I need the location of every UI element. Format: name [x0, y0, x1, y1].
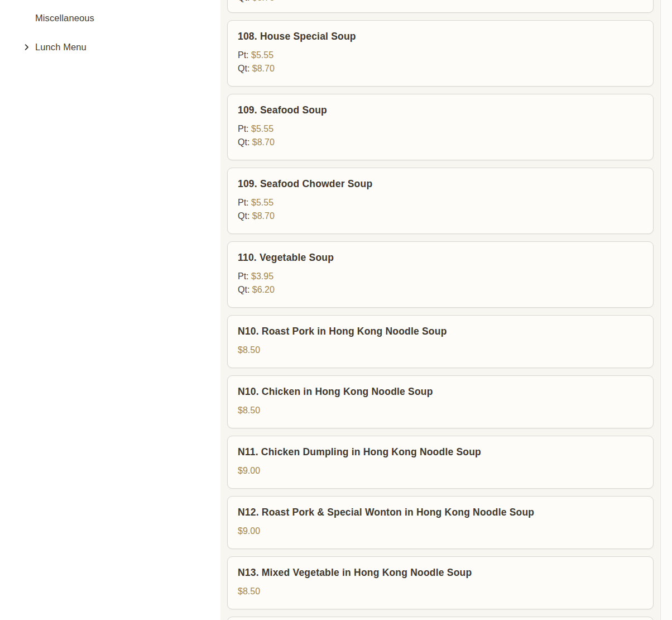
- price-value: $9.00: [238, 526, 260, 536]
- price-value: $3.95: [251, 271, 273, 281]
- menu-item-card[interactable]: 110. Vegetable Soup Pt: $3.95Qt: $6.20: [227, 241, 654, 308]
- menu-item-price-line: $9.00: [238, 464, 643, 478]
- price-value: $8.50: [238, 406, 260, 415]
- price-value: $8.50: [238, 586, 260, 596]
- menu-item-prices: Pt: $5.55Qt: $8.70: [238, 122, 643, 149]
- menu-item-title: N10. Chicken in Hong Kong Noodle Soup: [238, 385, 643, 398]
- menu-item-price-line: Pt: $5.55: [238, 49, 643, 62]
- menu-item-price-line: Qt: $8.70: [238, 62, 643, 75]
- menu-item-price-line: Qt: $8.70: [238, 136, 643, 149]
- menu-item-title: 108. House Special Soup: [238, 30, 643, 42]
- menu-item-card[interactable]: N13. Mixed Vegetable in Hong Kong Noodle…: [227, 556, 654, 609]
- price-size-label: Pt:: [238, 124, 251, 133]
- sidebar-item-miscellaneous[interactable]: Miscellaneous: [22, 10, 220, 26]
- menu-item-price-line: Qt: $6.20: [238, 283, 643, 297]
- category-sidebar: Miscellaneous Lunch Menu: [0, 0, 220, 620]
- menu-item-prices: Qt: $8.70: [238, 0, 643, 4]
- menu-item-price-line: Pt: $5.55: [238, 196, 643, 209]
- menu-item-card[interactable]: 108. House Special Soup Pt: $5.55Qt: $8.…: [227, 20, 654, 87]
- menu-item-card[interactable]: N11. Chicken Dumpling in Hong Kong Noodl…: [227, 436, 654, 489]
- menu-item-title: 109. Seafood Chowder Soup: [238, 178, 643, 190]
- chevron-right-icon: [22, 43, 31, 51]
- menu-item-prices: $8.50: [238, 404, 643, 417]
- price-value: $5.55: [251, 124, 273, 133]
- price-value: $8.70: [252, 0, 275, 2]
- menu-item-card[interactable]: N10. Chicken in Hong Kong Noodle Soup $8…: [227, 375, 654, 428]
- sidebar-item-label: Lunch Menu: [35, 42, 87, 53]
- menu-item-card[interactable]: N15. Shrimp Dumpling in Hong Kong Noodle…: [227, 617, 654, 620]
- menu-item-list: Qt: $8.70 108. House Special Soup Pt: $5…: [227, 0, 654, 620]
- price-size-label: Pt:: [238, 271, 251, 281]
- menu-item-price-line: Pt: $3.95: [238, 270, 643, 283]
- menu-item-card[interactable]: Qt: $8.70: [227, 0, 654, 13]
- price-size-label: Pt:: [238, 50, 251, 60]
- price-value: $8.70: [252, 64, 275, 73]
- menu-item-title: 110. Vegetable Soup: [238, 251, 643, 264]
- menu-item-prices: $9.00: [238, 464, 643, 478]
- main-content: Qt: $8.70 108. House Special Soup Pt: $5…: [220, 0, 660, 620]
- menu-page: Miscellaneous Lunch Menu Qt: $8.70 108. …: [0, 0, 672, 620]
- menu-item-prices: Pt: $5.55Qt: $8.70: [238, 49, 643, 75]
- menu-item-card[interactable]: N12. Roast Pork & Special Wonton in Hong…: [227, 496, 654, 549]
- menu-item-title: N10. Roast Pork in Hong Kong Noodle Soup: [238, 325, 643, 337]
- menu-item-card[interactable]: 109. Seafood Soup Pt: $5.55Qt: $8.70: [227, 94, 654, 160]
- price-size-label: Pt:: [238, 198, 251, 207]
- sidebar-item-label: Miscellaneous: [35, 13, 94, 23]
- price-size-label: Qt:: [238, 285, 252, 294]
- price-size-label: Qt:: [238, 137, 252, 147]
- menu-item-price-line: $8.50: [238, 344, 643, 357]
- menu-item-price-line: Qt: $8.70: [238, 0, 643, 4]
- menu-item-price-line: Qt: $8.70: [238, 209, 643, 223]
- price-value: $8.70: [252, 137, 275, 147]
- menu-item-title: 109. Seafood Soup: [238, 104, 643, 116]
- price-value: $8.70: [252, 211, 275, 221]
- sidebar-item-lunch-menu[interactable]: Lunch Menu: [22, 39, 220, 55]
- scrollbar-track[interactable]: [660, 0, 672, 620]
- price-size-label: Qt:: [238, 211, 252, 221]
- price-size-label: Qt:: [238, 0, 252, 2]
- price-value: $8.50: [238, 345, 260, 355]
- menu-item-price-line: $8.50: [238, 404, 643, 417]
- menu-item-card[interactable]: 109. Seafood Chowder Soup Pt: $5.55Qt: $…: [227, 168, 654, 234]
- menu-item-title: N11. Chicken Dumpling in Hong Kong Noodl…: [238, 446, 643, 458]
- menu-item-title: N13. Mixed Vegetable in Hong Kong Noodle…: [238, 566, 643, 579]
- menu-item-price-line: $8.50: [238, 585, 643, 598]
- menu-item-price-line: $9.00: [238, 524, 643, 538]
- menu-item-prices: Pt: $3.95Qt: $6.20: [238, 270, 643, 297]
- menu-item-title: N12. Roast Pork & Special Wonton in Hong…: [238, 506, 643, 518]
- menu-item-card[interactable]: N10. Roast Pork in Hong Kong Noodle Soup…: [227, 315, 654, 368]
- price-value: $6.20: [252, 285, 275, 294]
- price-value: $9.00: [238, 466, 260, 475]
- price-value: $5.55: [251, 198, 273, 207]
- menu-item-prices: $8.50: [238, 344, 643, 357]
- menu-item-prices: Pt: $5.55Qt: $8.70: [238, 196, 643, 223]
- price-size-label: Qt:: [238, 64, 252, 73]
- menu-item-prices: $8.50: [238, 585, 643, 598]
- price-value: $5.55: [251, 50, 273, 60]
- menu-item-prices: $9.00: [238, 524, 643, 538]
- menu-item-price-line: Pt: $5.55: [238, 122, 643, 136]
